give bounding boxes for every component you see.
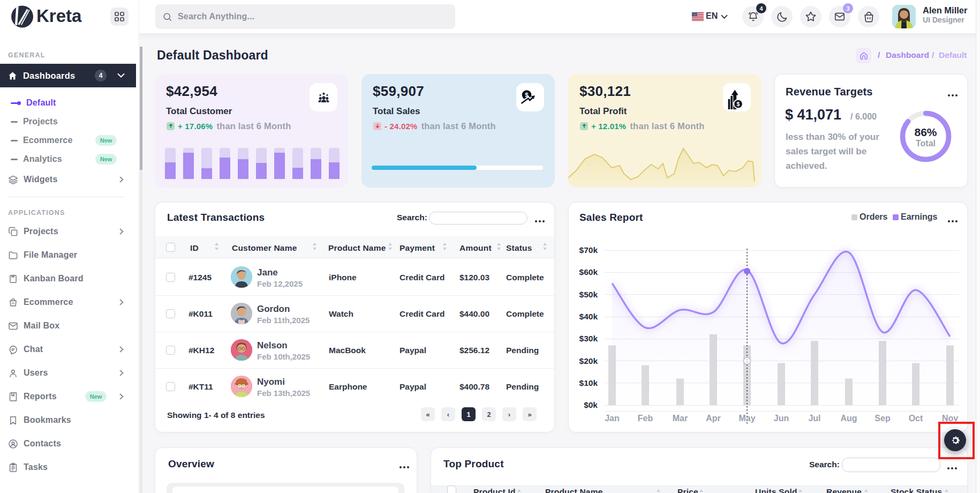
svg-text:$70k: $70k [579, 245, 598, 255]
svg-text:Feb: Feb [638, 414, 653, 423]
svg-text:Oct: Oct [909, 414, 923, 423]
svg-text:Mar: Mar [673, 414, 688, 423]
svg-text:Sep: Sep [875, 414, 891, 423]
svg-text:Aug: Aug [840, 414, 857, 423]
svg-text:Jul: Jul [808, 414, 820, 423]
svg-text:May: May [738, 414, 755, 423]
svg-text:Apr: Apr [706, 414, 721, 423]
svg-text:$50k: $50k [579, 290, 598, 299]
svg-text:$0k: $0k [584, 400, 598, 409]
svg-text:$30k: $30k [579, 334, 598, 343]
svg-text:$10k: $10k [579, 378, 598, 387]
svg-text:Jan: Jan [605, 414, 620, 423]
svg-text:$20k: $20k [579, 356, 598, 365]
svg-text:Jun: Jun [774, 414, 789, 423]
svg-text:$60k: $60k [579, 267, 598, 277]
svg-text:$40k: $40k [579, 312, 598, 321]
